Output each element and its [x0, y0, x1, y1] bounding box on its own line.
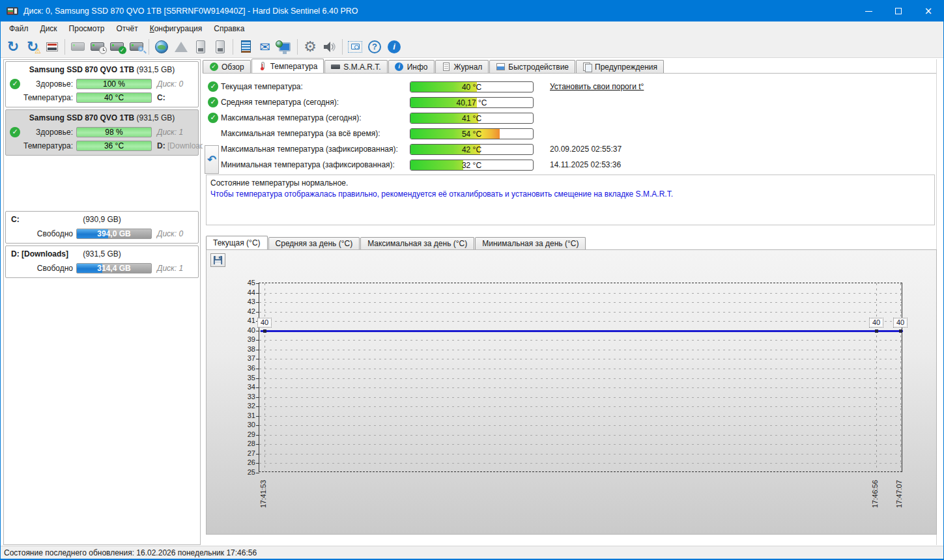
report-window-button[interactable] [42, 38, 62, 56]
chart-tab-current[interactable]: Текущая (°C) [206, 236, 268, 249]
disk-overview-button[interactable] [68, 38, 87, 56]
menu-bar: Файл Диск Просмотр Отчёт Конфигурация Сп… [1, 21, 943, 36]
status-line-1: Состояние температуры нормальное. [210, 178, 930, 189]
status-line-2: Чтобы температура отображалась правильно… [210, 189, 930, 200]
partition-title: C: (930,9 GB) [8, 213, 195, 227]
archive-button[interactable] [171, 38, 191, 56]
tab-performance[interactable]: Быстродействие [489, 60, 575, 73]
minimize-button[interactable] [853, 1, 883, 21]
y-axis-tick-label: 41 [237, 316, 255, 324]
journal-button[interactable] [236, 38, 255, 56]
reset-recorded-temps-button[interactable]: ↶ [205, 145, 219, 174]
window-title: Диск: 0, Samsung SSD 870 QVO 1TB [S5RRNF… [23, 7, 358, 16]
data-point-label: 40 [869, 318, 883, 328]
y-axis-tick-label: 27 [237, 449, 255, 457]
menu-report[interactable]: Отчёт [110, 22, 143, 35]
disk-dim-icon [71, 42, 85, 51]
partition-title: D: [Downloads] (931,5 GB) [8, 247, 195, 261]
help-button[interactable]: ? [365, 38, 384, 56]
temperature-history-chart: 2526272829303132333435363738394041424344… [259, 283, 902, 472]
toolbar-separator [149, 39, 149, 55]
document-icon [442, 63, 451, 72]
toolbar-separator [233, 39, 233, 55]
disk-surface-test-button[interactable] [126, 38, 146, 56]
drive-icon [331, 63, 340, 72]
refresh-warning-button[interactable]: ↻⚠ [23, 38, 42, 56]
ok-icon: ✓ [209, 63, 218, 72]
y-axis-tick-label: 38 [237, 345, 255, 353]
gear-icon: ⚙ [304, 40, 317, 54]
menu-file[interactable]: Файл [3, 22, 35, 35]
health-label: Здоровье: [21, 128, 76, 137]
menu-configuration[interactable]: Конфигурация [144, 22, 208, 35]
disk-eject-button[interactable] [191, 38, 210, 56]
close-button[interactable]: × [913, 1, 943, 21]
y-axis-tick-label: 25 [237, 468, 255, 476]
partition-panel-d[interactable]: D: [Downloads] (931,5 GB) Свободно 314,4… [5, 245, 199, 278]
tab-log[interactable]: Журнал [435, 60, 489, 73]
disk-power-button[interactable] [210, 38, 230, 56]
disk-search-icon [130, 42, 143, 51]
status-bar: Состояние последнего обновления: 16.02.2… [1, 546, 943, 559]
y-axis-tick-label: 44 [237, 288, 255, 296]
temperature-gauge: 41 °C [410, 113, 534, 124]
y-axis-tick-label: 37 [237, 354, 255, 362]
screenshot-button[interactable] [345, 38, 365, 56]
y-axis-tick-label: 26 [237, 458, 255, 466]
mail-button[interactable]: ✉ [255, 38, 275, 56]
y-axis-tick-label: 39 [237, 335, 255, 343]
disk-check-icon: ✓ [110, 42, 124, 51]
y-axis-tick-label: 43 [237, 298, 255, 305]
temperature-gauge: 36 °C [76, 141, 152, 151]
about-button[interactable]: i [384, 38, 404, 56]
toolbar-separator [342, 39, 343, 55]
pyramid-icon [175, 42, 188, 52]
ok-icon: ✓ [208, 97, 218, 107]
settings-button[interactable]: ⚙ [300, 38, 320, 56]
refresh-button[interactable]: ↻ [3, 38, 23, 56]
menu-view[interactable]: Просмотр [63, 22, 111, 35]
app-icon [7, 6, 18, 16]
speaker-icon [322, 40, 337, 53]
disk-schedule-button[interactable] [87, 38, 107, 56]
chart-tab-daily-min[interactable]: Минимальная за день (°C) [475, 237, 586, 249]
y-axis-tick-label: 29 [237, 430, 255, 438]
y-axis-tick-label: 45 [237, 279, 255, 287]
spacer [10, 229, 20, 239]
data-point-marker [899, 329, 902, 333]
sound-button[interactable] [320, 38, 339, 56]
temperature-status-box: Состояние температуры нормальное. Чтобы … [206, 175, 935, 225]
free-space-label: Свободно [21, 229, 76, 238]
health-ok-icon: ✓ [10, 127, 20, 137]
data-point-label: 40 [893, 318, 908, 328]
set-thresholds-link[interactable]: Установить свои пороги t° [550, 82, 644, 91]
tab-alerts[interactable]: Предупреждения [576, 60, 664, 73]
health-ok-icon: ✓ [10, 79, 20, 89]
data-point-marker [263, 329, 266, 333]
disk-accept-button[interactable]: ✓ [107, 38, 126, 56]
title-bar: Диск: 0, Samsung SSD 870 QVO 1TB [S5RRNF… [1, 1, 943, 21]
partition-panel-c[interactable]: C: (930,9 GB) Свободно 394,0 GB Диск: 0 [5, 211, 199, 244]
chart-tab-daily-max[interactable]: Максимальная за день (°C) [360, 237, 474, 249]
maximize-button[interactable] [883, 1, 913, 21]
maximize-icon [895, 8, 902, 14]
disk-panel-0[interactable]: Samsung SSD 870 QVO 1TB (931,5 GB) ✓ Здо… [5, 61, 199, 107]
tab-smart[interactable]: S.M.A.R.T. [324, 60, 387, 73]
y-axis-tick-label: 28 [237, 440, 255, 447]
x-axis-time-label: 17:46:56 [870, 477, 880, 508]
help-icon: ? [368, 40, 381, 53]
network-disk-button[interactable] [152, 38, 171, 56]
menu-help[interactable]: Справка [208, 22, 250, 35]
tab-overview[interactable]: ✓Обзор [203, 60, 251, 73]
save-chart-button[interactable] [210, 253, 225, 267]
chart-tab-daily-average[interactable]: Средняя за день (°C) [268, 237, 360, 249]
network-status-button[interactable] [275, 38, 294, 56]
data-point-label: 40 [257, 318, 272, 328]
chart-icon [496, 63, 505, 72]
free-space-gauge: 314,4 GB [76, 263, 152, 273]
menu-disk[interactable]: Диск [35, 22, 63, 35]
temperature-gauge: 32 °C [410, 160, 534, 171]
tab-temperature[interactable]: Температура [251, 59, 324, 73]
tab-info[interactable]: iИнфо [388, 60, 435, 73]
disk-panel-1[interactable]: Samsung SSD 870 QVO 1TB (931,5 GB) ✓ Здо… [5, 109, 199, 156]
